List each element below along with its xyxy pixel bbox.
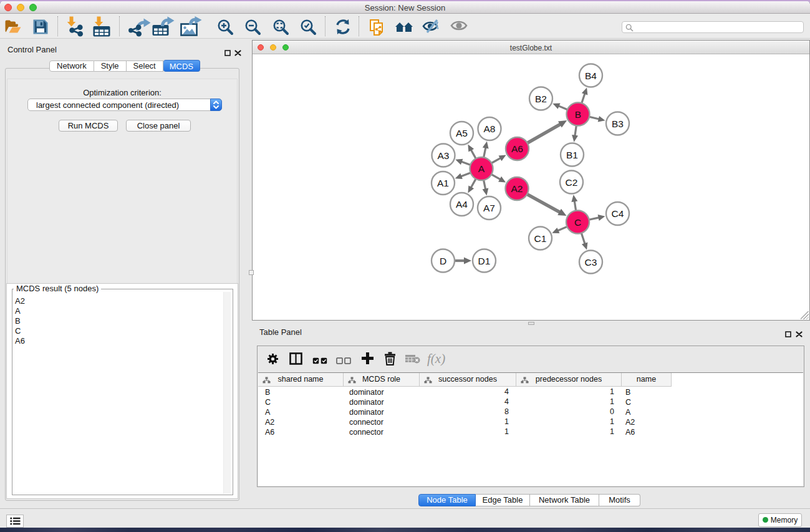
svg-text:A7: A7 <box>483 203 495 213</box>
svg-text:D: D <box>440 256 446 266</box>
svg-text:B3: B3 <box>612 118 624 129</box>
svg-text:C2: C2 <box>566 177 578 188</box>
svg-text:A1: A1 <box>437 178 449 188</box>
svg-text:D1: D1 <box>478 256 491 266</box>
svg-text:C1: C1 <box>534 233 547 244</box>
svg-text:B: B <box>575 109 581 120</box>
svg-text:B2: B2 <box>535 94 547 104</box>
svg-text:B1: B1 <box>566 150 578 160</box>
svg-text:C: C <box>574 217 581 228</box>
svg-text:A8: A8 <box>484 123 496 134</box>
svg-text:A4: A4 <box>456 199 468 210</box>
svg-text:A3: A3 <box>438 150 450 161</box>
svg-text:C4: C4 <box>612 208 624 219</box>
svg-text:A2: A2 <box>511 183 523 194</box>
svg-text:A6: A6 <box>511 143 523 154</box>
svg-text:A5: A5 <box>456 128 468 138</box>
svg-text:C3: C3 <box>585 257 597 268</box>
svg-text:A: A <box>478 163 485 174</box>
svg-text:B4: B4 <box>585 70 597 81</box>
